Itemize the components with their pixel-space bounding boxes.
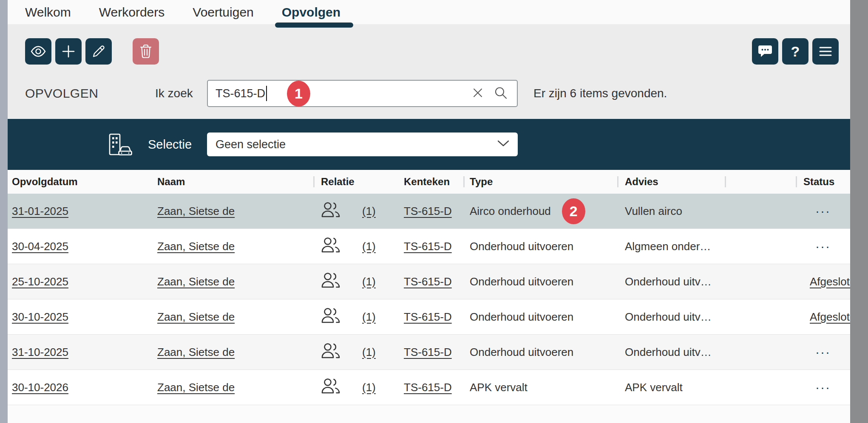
annotation-badge-2: 2 [562,198,585,224]
opvolgdatum-link[interactable]: 30-04-2025 [12,240,68,253]
app-window: WelkomWerkordersVoertuigenOpvolgen [0,0,868,423]
menu-button[interactable] [812,38,839,65]
status-link[interactable]: Afgesloten [796,310,850,324]
results-count-text: Er zijn 6 items gevonden. [533,87,667,100]
edit-button[interactable] [85,38,112,65]
relatie-count-link[interactable]: (1) [362,240,376,253]
row-more-button[interactable]: ··· [796,204,850,218]
chat-icon [758,45,772,58]
advies-text: Algmeen onder… [625,240,711,253]
naam-link[interactable]: Zaan, Sietse de [157,275,235,288]
help-button[interactable]: ? [782,38,808,65]
kenteken-link[interactable]: TS-615-D [404,240,452,253]
opvolgdatum-link[interactable]: 30-10-2026 [12,381,68,394]
column-header-opvolgdatum[interactable]: Opvolgdatum [8,170,157,194]
kenteken-link[interactable]: TS-615-D [404,205,452,218]
advies-text: Onderhoud uitv… [625,346,712,359]
right-scrollbar-track[interactable] [850,0,868,423]
kenteken-link[interactable]: TS-615-D [404,275,452,288]
view-button[interactable] [25,38,51,65]
row-more-button[interactable]: ··· [796,380,850,395]
column-header-kenteken[interactable]: Kenteken [404,170,463,194]
search-input[interactable]: TS-615-D [207,80,518,107]
selection-value: Geen selectie [216,138,497,151]
people-icon[interactable] [321,272,340,291]
people-icon[interactable] [321,343,340,362]
clear-search-button[interactable] [472,87,484,100]
chat-button[interactable] [752,38,778,65]
people-icon[interactable] [321,378,340,397]
table-row[interactable]: 25-10-2025 Zaan, Sietse de (1) TS-615-D … [8,264,850,299]
selection-dropdown[interactable]: Geen selectie [207,133,518,156]
naam-link[interactable]: Zaan, Sietse de [157,310,235,324]
people-icon[interactable] [321,307,340,327]
table-row[interactable]: 31-01-2025 Zaan, Sietse de (1) TS-615-D … [8,194,850,229]
type-text: Onderhoud uitvoeren [470,310,573,324]
advies-text: APK vervalt [625,381,683,394]
search-value: TS-615-D [216,87,265,100]
selection-label: Selectie [148,138,192,152]
table-row[interactable]: 30-10-2025 Zaan, Sietse de (1) TS-615-D … [8,299,850,335]
kenteken-link[interactable]: TS-615-D [404,346,452,359]
column-header-relatie[interactable]: Relatie [313,170,404,194]
add-button[interactable] [55,38,82,65]
search-submit-button[interactable] [494,86,508,101]
delete-button[interactable] [133,38,159,65]
eye-icon [31,46,46,57]
hamburger-icon [819,46,832,56]
trash-icon [139,44,152,59]
relatie-count-link[interactable]: (1) [362,310,376,324]
text-caret [266,86,267,101]
table-row[interactable]: 30-10-2026 Zaan, Sietse de (1) TS-615-D … [8,370,850,405]
kenteken-link[interactable]: TS-615-D [404,381,452,394]
naam-link[interactable]: Zaan, Sietse de [157,346,235,359]
relatie-count-link[interactable]: (1) [362,346,376,359]
column-header-naam[interactable]: Naam [157,170,313,194]
advies-text: Vullen airco [625,205,682,218]
people-icon[interactable] [321,237,340,256]
tab-voertuigen[interactable]: Voertuigen [193,5,253,20]
column-header-advies[interactable]: Advies [617,170,725,194]
tab-werkorders[interactable]: Werkorders [99,5,165,20]
naam-link[interactable]: Zaan, Sietse de [157,205,235,218]
search-row: OPVOLGEN Ik zoek TS-615-D [8,80,850,107]
main-content: WelkomWerkordersVoertuigenOpvolgen [8,0,850,423]
relatie-count-link[interactable]: (1) [362,205,376,218]
tab-opvolgen[interactable]: Opvolgen [282,5,340,20]
column-divider [463,176,465,187]
column-divider [796,176,797,187]
table-footer-space [8,405,850,423]
type-text: Onderhoud uitvoeren [470,240,573,253]
tab-bar: WelkomWerkordersVoertuigenOpvolgen [8,0,850,24]
table-row[interactable]: 30-04-2025 Zaan, Sietse de (1) TS-615-D … [8,229,850,264]
record-actions [25,38,159,65]
column-header-type[interactable]: Type [463,170,617,194]
kenteken-link[interactable]: TS-615-D [404,310,452,324]
opvolgdatum-link[interactable]: 30-10-2025 [12,310,68,324]
pencil-icon [92,45,105,58]
tab-welkom[interactable]: Welkom [25,5,71,20]
row-more-button[interactable]: ··· [796,239,850,254]
column-header-status[interactable]: Status [796,170,850,194]
people-icon[interactable] [321,202,340,221]
opvolgdatum-link[interactable]: 31-01-2025 [12,205,68,218]
relatie-count-link[interactable]: (1) [362,381,376,394]
column-divider [313,176,315,187]
opvolgdatum-link[interactable]: 31-10-2025 [12,346,68,359]
window-edge-left [0,0,8,423]
relatie-count-link[interactable]: (1) [362,275,376,288]
advies-text: Onderhoud uitv… [625,275,712,288]
search-label: Ik zoek [155,87,193,100]
status-link[interactable]: Afgesloten [796,275,850,288]
opvolgdatum-link[interactable]: 25-10-2025 [12,275,68,288]
table-row[interactable]: 31-10-2025 Zaan, Sietse de (1) TS-615-D … [8,335,850,370]
page-title: OPVOLGEN [25,86,98,101]
selection-bar: Selectie Geen selectie [8,119,850,170]
naam-link[interactable]: Zaan, Sietse de [157,240,235,253]
column-header-extra[interactable] [725,170,796,194]
naam-link[interactable]: Zaan, Sietse de [157,381,235,394]
building-car-icon [106,133,133,158]
table-body: 31-01-2025 Zaan, Sietse de (1) TS-615-D … [8,194,850,405]
row-more-button[interactable]: ··· [796,345,850,359]
annotation-badge-1: 1 [287,81,310,107]
